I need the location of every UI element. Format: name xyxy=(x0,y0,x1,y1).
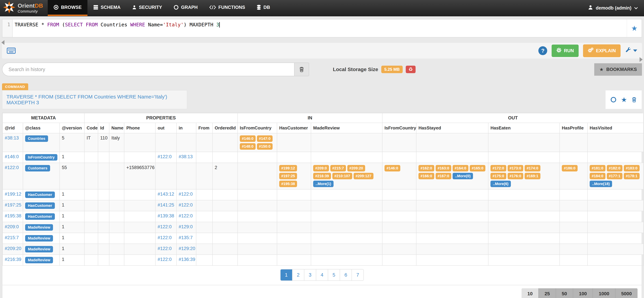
rid-link[interactable]: #122:0 xyxy=(158,224,172,229)
rid-badge[interactable]: #215:7 xyxy=(330,165,346,172)
rerun-command-icon[interactable] xyxy=(610,97,616,103)
column-header-class[interactable]: @class xyxy=(23,123,60,133)
rid-link[interactable]: #215:7 xyxy=(5,235,19,240)
column-header-code[interactable]: Code xyxy=(84,123,98,133)
rid-badge[interactable]: #197:25 xyxy=(279,173,297,179)
class-badge[interactable]: Customers xyxy=(25,165,50,172)
nav-item-graph[interactable]: GRAPH xyxy=(168,0,204,16)
rid-badge[interactable]: #182:0 xyxy=(607,165,622,172)
bookmarks-button[interactable]: ★ BOOKMARKS xyxy=(594,63,642,76)
editor-code-line[interactable]: TRAVERSE * FROM (SELECT FROM Countries W… xyxy=(12,19,220,37)
search-history-input[interactable] xyxy=(2,63,294,76)
class-badge[interactable]: HasCustomer xyxy=(25,192,55,198)
rid-badge[interactable]: #178:1 xyxy=(624,173,640,179)
column-header-out[interactable]: out xyxy=(156,123,176,133)
rid-badge[interactable]: #177:1 xyxy=(607,173,622,179)
class-badge[interactable]: MadeReview xyxy=(25,224,53,231)
rid-link[interactable]: #146:0 xyxy=(5,154,19,159)
rid-badge[interactable]: #216:39 xyxy=(313,173,331,179)
rid-link[interactable]: #197:25 xyxy=(5,202,22,208)
query-editor[interactable]: 1 TRAVERSE * FROM (SELECT FROM Countries… xyxy=(2,19,642,37)
rid-link[interactable]: #135:7 xyxy=(179,235,193,240)
rid-link[interactable]: #216:39 xyxy=(5,257,22,262)
rid-link[interactable]: #199:12 xyxy=(5,192,22,197)
column-header-phone[interactable]: Phone xyxy=(124,123,156,133)
run-button[interactable]: RUN xyxy=(552,45,578,57)
rid-badge[interactable]: #184:0 xyxy=(590,173,606,179)
column-header-hascustomer[interactable]: HasCustomer xyxy=(277,123,311,133)
rid-link[interactable]: #38:13 xyxy=(179,154,193,159)
page-size-50[interactable]: 50 xyxy=(556,288,573,298)
rid-badge[interactable]: #172:0 xyxy=(490,165,506,172)
page-button-6[interactable]: 6 xyxy=(340,269,352,280)
rid-link[interactable]: #38:13 xyxy=(5,135,19,140)
column-header-madereview[interactable]: MadeReview xyxy=(311,123,382,133)
keyboard-shortcuts-icon[interactable] xyxy=(7,48,16,54)
clear-history-button[interactable] xyxy=(294,63,309,76)
rid-badge[interactable]: #169:1 xyxy=(524,173,540,179)
rid-badge[interactable]: #162:0 xyxy=(418,165,434,172)
rid-badge[interactable]: #175:0 xyxy=(490,173,506,179)
page-button-3[interactable]: 3 xyxy=(304,269,316,280)
rid-link[interactable]: #122:0 xyxy=(179,192,193,197)
page-button-1[interactable]: 1 xyxy=(280,269,292,280)
rid-link[interactable]: #122:0 xyxy=(179,202,193,208)
column-header-haseaten[interactable]: HasEaten xyxy=(488,123,560,133)
class-badge[interactable]: IsFromCountry xyxy=(25,154,58,161)
class-badge[interactable]: HasCustomer xyxy=(25,213,55,220)
rid-link[interactable]: #209:0 xyxy=(5,224,19,229)
rid-badge[interactable]: #165:0 xyxy=(470,165,486,172)
clear-storage-button[interactable]: ♻ xyxy=(406,66,416,73)
nav-item-functions[interactable]: FUNCTIONS xyxy=(204,0,251,16)
class-badge[interactable]: MadeReview xyxy=(25,235,53,241)
rid-link[interactable]: #195:38 xyxy=(5,213,22,218)
class-badge[interactable]: MadeReview xyxy=(25,246,53,252)
more-badge[interactable]: ..More(1) xyxy=(313,181,334,187)
more-badge[interactable]: ..More(18) xyxy=(590,181,612,187)
help-icon[interactable]: ? xyxy=(538,46,547,55)
orientdb-logo[interactable]: OrientDB Community xyxy=(0,0,48,16)
column-header-from[interactable]: From xyxy=(196,123,212,133)
page-size-5000[interactable]: 5000 xyxy=(616,288,638,298)
rid-badge[interactable]: #181:0 xyxy=(590,165,606,172)
column-header-hasprofile[interactable]: HasProfile xyxy=(560,123,588,133)
page-button-4[interactable]: 4 xyxy=(316,269,328,280)
class-badge[interactable]: Countries xyxy=(25,135,48,142)
command-query-text[interactable]: TRAVERSE * FROM (SELECT FROM Countries W… xyxy=(2,90,187,109)
rid-link[interactable]: #129:0 xyxy=(179,224,193,229)
page-button-5[interactable]: 5 xyxy=(328,269,340,280)
rid-badge[interactable]: #148:0 xyxy=(240,143,256,150)
nav-item-browse[interactable]: BROWSE xyxy=(48,0,88,16)
rid-badge[interactable]: #150:0 xyxy=(257,143,273,150)
column-header-version[interactable]: @version xyxy=(60,123,84,133)
collapse-right-handle-icon[interactable] xyxy=(640,57,643,62)
rid-badge[interactable]: #209:0 xyxy=(313,165,329,172)
rid-badge[interactable]: #146:0 xyxy=(240,135,256,142)
rid-badge[interactable]: #183:0 xyxy=(624,165,640,172)
column-header-name[interactable]: Name xyxy=(109,123,124,133)
rid-link[interactable]: #141:25 xyxy=(158,202,174,208)
rid-badge[interactable]: #210:107 xyxy=(332,173,352,179)
rid-link[interactable]: #129:20 xyxy=(179,246,195,251)
column-header-orderedid[interactable]: OrderedId xyxy=(212,123,238,133)
rid-badge[interactable]: #146:0 xyxy=(384,165,400,172)
column-header-id[interactable]: Id xyxy=(98,123,109,133)
nav-item-schema[interactable]: SCHEMA xyxy=(88,0,126,16)
rid-badge[interactable]: #173:0 xyxy=(508,165,524,172)
page-size-100[interactable]: 100 xyxy=(573,288,593,298)
page-size-25[interactable]: 25 xyxy=(539,288,556,298)
rid-badge[interactable]: #166:0 xyxy=(418,173,434,179)
class-badge[interactable]: MadeReview xyxy=(25,257,53,263)
rid-link[interactable]: #122:0 xyxy=(158,154,172,159)
page-size-10[interactable]: 10 xyxy=(522,288,539,298)
rid-badge[interactable]: #164:0 xyxy=(452,165,468,172)
user-menu[interactable]: demodb (admin) xyxy=(582,0,644,16)
rid-badge[interactable]: #209:20 xyxy=(347,165,365,172)
more-badge[interactable]: ..More(0) xyxy=(452,173,473,179)
collapse-left-handle-icon[interactable] xyxy=(1,40,4,45)
rid-link[interactable]: #122:0 xyxy=(5,165,19,170)
rid-badge[interactable]: #195:38 xyxy=(279,181,297,187)
column-header-isfromcountry[interactable]: IsFromCountry xyxy=(238,123,277,133)
page-button-7[interactable]: 7 xyxy=(352,269,364,280)
delete-command-icon[interactable] xyxy=(632,97,637,103)
